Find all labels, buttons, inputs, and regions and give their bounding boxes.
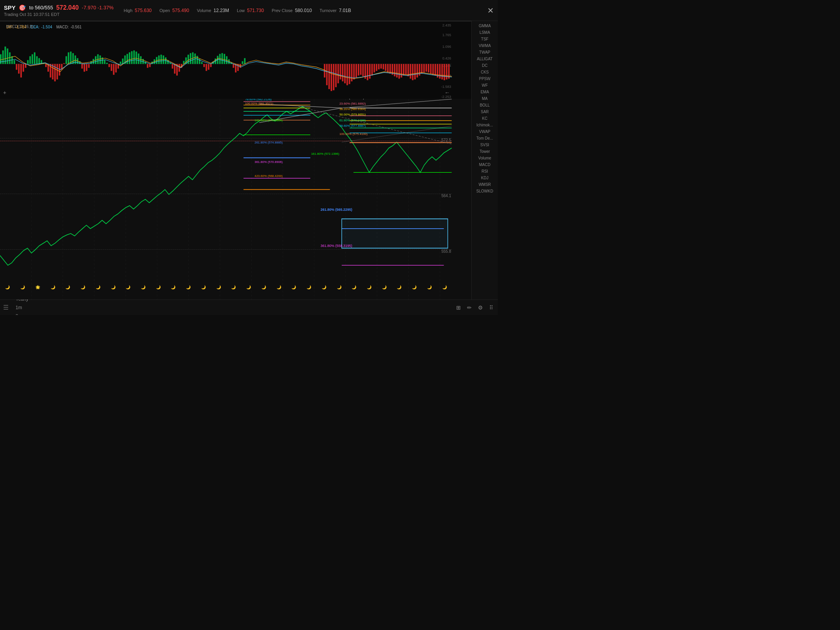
- fib-label-23-right: 23.60% (581.6892): [340, 102, 366, 105]
- svg-rect-57: [34, 52, 35, 64]
- settings-icon[interactable]: ⚙: [476, 303, 485, 312]
- macd-macd-label: MACD:: [56, 25, 69, 29]
- svg-rect-170: [367, 64, 368, 80]
- moon-27: 🌙: [407, 285, 422, 289]
- svg-rect-155: [333, 64, 334, 90]
- macd-arrow-button[interactable]: ←: [444, 89, 450, 96]
- sidebar-item-alligat[interactable]: ALLIGAT: [475, 56, 495, 62]
- svg-rect-62: [45, 64, 47, 67]
- fib-label-61-right: 61.80% (579.0498): [340, 119, 366, 122]
- sidebar-item-lsma[interactable]: LSMA: [475, 29, 495, 36]
- stat-open: Open 575.490: [159, 8, 189, 13]
- svg-rect-204: [444, 64, 445, 80]
- svg-rect-171: [369, 64, 371, 79]
- sidebar-item-slowkd[interactable]: SLOWKD: [475, 188, 495, 194]
- high-value: 575.630: [135, 8, 152, 13]
- fib-label-78-right: 78.60% (577.8887): [340, 124, 366, 128]
- macd-panel: MACD(12,26,9) DIF: -1.784 DEA: -1.504 MA…: [0, 21, 471, 99]
- sidebar-item-tom-de---[interactable]: Tom De...: [475, 135, 495, 142]
- draw-icon[interactable]: ✏: [466, 303, 473, 312]
- open-value: 575.490: [172, 8, 189, 13]
- sidebar-item-dc[interactable]: DC: [475, 62, 495, 69]
- svg-rect-129: [196, 56, 198, 64]
- svg-rect-140: [221, 53, 223, 64]
- sidebar-item-tower[interactable]: Tower: [475, 148, 495, 155]
- svg-rect-151: [324, 64, 326, 77]
- layout-icon[interactable]: ⊞: [455, 303, 462, 312]
- svg-rect-91: [111, 64, 112, 71]
- sidebar-item-vwap[interactable]: VWAP: [475, 128, 495, 135]
- svg-rect-52: [23, 64, 24, 72]
- svg-rect-149: [242, 61, 243, 64]
- y-label-4: 564.1: [441, 194, 451, 198]
- fib-label-50-right: 50.00% (579.8651): [340, 113, 366, 116]
- macd-add-button[interactable]: +: [3, 89, 6, 96]
- moon-0: 🌙: [0, 285, 15, 289]
- svg-rect-192: [416, 64, 418, 77]
- svg-rect-72: [68, 52, 69, 64]
- header-stats: High 575.630 Open 575.490 Volume 12.23M …: [124, 8, 351, 13]
- moon-19: 🌙: [286, 285, 301, 289]
- close-button[interactable]: ✕: [487, 6, 494, 15]
- svg-rect-185: [401, 64, 402, 77]
- grid-icon[interactable]: ⠿: [488, 303, 495, 312]
- sidebar-item-ema[interactable]: EMA: [475, 89, 495, 95]
- svg-rect-141: [224, 54, 225, 64]
- sidebar-item-gmma[interactable]: GMMA: [475, 23, 495, 29]
- moon-17: 🌙: [256, 285, 271, 289]
- sidebar-item-ma[interactable]: MA: [475, 95, 495, 102]
- moon-6: 🌙: [90, 285, 105, 289]
- y-label-3: 572.5: [441, 138, 451, 142]
- sidebar-item-svsi[interactable]: SVSI: [475, 142, 495, 148]
- timeframe-1m[interactable]: 1m: [12, 303, 38, 312]
- svg-rect-93: [115, 64, 117, 72]
- svg-rect-108: [149, 64, 150, 67]
- macd-info: MACD(12,26,9) DIF: -1.784 DEA: -1.504 MA…: [3, 23, 82, 30]
- svg-rect-107: [147, 64, 149, 68]
- sidebar-item-macd[interactable]: MACD: [475, 161, 495, 168]
- moon-29: 🌙: [437, 285, 452, 289]
- fib-label-100-left: 100.00% (581.3571): [245, 102, 273, 105]
- stat-turnover: Turnover 7.01B: [320, 8, 351, 13]
- sidebar-item-boll[interactable]: BOLL: [475, 102, 495, 108]
- sidebar-item-ppsw[interactable]: PPSW: [475, 75, 495, 82]
- moon-15: 🌙: [226, 285, 241, 289]
- timeframe-3m[interactable]: 3m: [12, 312, 38, 315]
- sidebar-item-tsf[interactable]: TSF: [475, 36, 495, 42]
- svg-rect-95: [120, 61, 121, 64]
- sidebar-item-cks[interactable]: CKS: [475, 69, 495, 75]
- svg-rect-198: [430, 64, 432, 74]
- sidebar-item-sar[interactable]: SAR: [475, 108, 495, 115]
- sidebar-item-ichimok---[interactable]: Ichimok...: [475, 122, 495, 128]
- macd-macd-value: -0.561: [70, 25, 81, 29]
- sidebar-item-wmsr[interactable]: WMSR: [475, 181, 495, 188]
- fib-label-38-right: 38.20% (580.6304): [340, 107, 366, 111]
- chart-area[interactable]: 589.8 581.1 572.5 564.1 555.8 0.00% (585…: [0, 21, 471, 299]
- svg-rect-161: [346, 64, 348, 85]
- sidebar-item-vwma[interactable]: VWMA: [475, 42, 495, 49]
- sidebar-item-kc[interactable]: KC: [475, 115, 495, 122]
- svg-rect-158: [340, 64, 341, 79]
- svg-rect-99: [129, 52, 130, 64]
- svg-rect-78: [81, 64, 83, 68]
- svg-rect-152: [326, 64, 328, 85]
- svg-rect-177: [383, 64, 384, 69]
- svg-rect-189: [410, 64, 411, 79]
- sidebar-toggle-icon[interactable]: ☰: [3, 304, 9, 311]
- svg-rect-55: [30, 56, 31, 64]
- svg-rect-200: [434, 64, 436, 75]
- moon-23: 🌙: [346, 285, 362, 289]
- volume-label: Volume: [197, 8, 211, 13]
- moon-10: 🌙: [150, 285, 166, 289]
- svg-rect-49: [16, 64, 18, 70]
- sidebar-item-twap[interactable]: TWAP: [475, 49, 495, 56]
- sidebar-item-volume[interactable]: Volume: [475, 155, 495, 161]
- svg-rect-98: [126, 54, 128, 64]
- moon-26: 🌙: [392, 285, 407, 289]
- sidebar-item-wf[interactable]: WF: [475, 82, 495, 89]
- sidebar-item-kdj[interactable]: KDJ: [475, 175, 495, 181]
- fib-label-100-right: 100.00% (575.4100): [340, 132, 368, 136]
- moon-21: 🌙: [316, 285, 331, 289]
- sidebar-item-rsi[interactable]: RSI: [475, 168, 495, 175]
- stat-high: High 575.630: [124, 8, 152, 13]
